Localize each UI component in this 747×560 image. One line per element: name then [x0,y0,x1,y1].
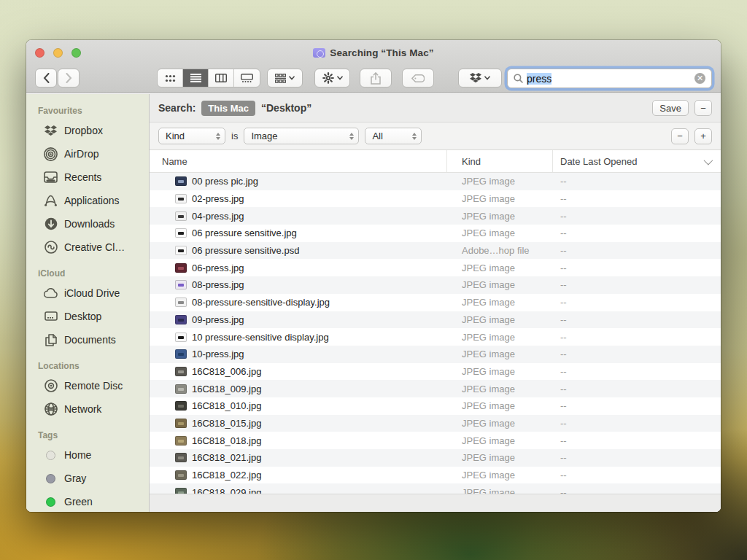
table-row[interactable]: 10-press.jpgJPEG image-- [150,346,721,363]
clear-search-icon[interactable]: ✕ [694,73,705,84]
sidebar-item-network[interactable]: Network [26,397,149,421]
file-kind: JPEG image [447,262,553,273]
smart-folder-icon [313,48,325,58]
filter-attribute-select[interactable]: Kind [158,128,225,144]
sidebar-item-recents[interactable]: Recents [26,166,149,189]
sidebar-item-home[interactable]: Home [26,443,149,467]
remove-criterion-button[interactable]: − [671,128,689,144]
sidebar-item-airdrop[interactable]: AirDrop [26,142,149,166]
table-row[interactable]: 08-pressure-sensitive-display.jpgJPEG im… [150,294,721,311]
sidebar-item-remote-disc[interactable]: Remote Disc [26,374,149,397]
file-name-cell: 06 pressure sensitive.psd [150,245,447,256]
action-gear-button[interactable] [314,69,350,88]
save-search-button[interactable]: Save [652,100,689,116]
share-button[interactable] [360,69,392,88]
titlebar[interactable]: Searching “This Mac” [26,40,721,66]
search-scope-bar: Search: This Mac “Desktop” Save − [150,94,721,122]
sidebar-item-desktop[interactable]: Desktop [26,305,149,328]
tag-button[interactable] [402,69,434,88]
file-thumbnail-icon [175,194,187,203]
scope-this-mac-button[interactable]: This Mac [201,101,255,116]
icon-view-button[interactable] [158,69,183,87]
file-name: 16C818_029.jpg [192,487,261,494]
table-row[interactable]: 08-press.jpgJPEG image-- [150,276,721,294]
table-row[interactable]: 16C818_015.jpgJPEG image-- [150,415,721,432]
dropbox-toolbar-button[interactable] [458,69,502,88]
file-name-cell: 08-press.jpg [150,279,447,290]
file-name: 10-press.jpg [192,349,244,359]
table-row[interactable]: 06 pressure sensitive.psdAdobe…hop file-… [150,242,721,260]
file-name-cell: 10-press.jpg [150,349,447,359]
sidebar: FavouritesDropboxAirDropRecentsApplicati… [26,94,150,512]
sidebar-item-downloads[interactable]: Downloads [26,212,149,236]
file-list[interactable]: 00 press pic.jpgJPEG image--02-press.jpg… [150,173,721,494]
file-name: 16C818_006.jpg [192,366,261,377]
search-input-value: press [527,73,551,85]
file-kind: JPEG image [447,452,553,463]
file-name-cell: 08-pressure-sensitive-display.jpg [150,297,447,308]
sidebar-item-green[interactable]: Green [26,490,149,512]
sidebar-item-applications[interactable]: Applications [26,189,149,212]
icloud-drive-icon [44,287,58,300]
table-row[interactable]: 16C818_021.jpgJPEG image-- [150,449,721,467]
file-name: 04-press.jpg [192,211,244,222]
forward-button[interactable] [58,69,80,88]
gallery-view-button[interactable] [234,69,260,87]
filter-value-select[interactable]: Image [244,128,359,144]
sidebar-item-documents[interactable]: Documents [26,328,149,351]
table-row[interactable]: 16C818_006.jpgJPEG image-- [150,363,721,381]
column-header-date[interactable]: Date Last Opened [553,150,721,172]
group-button[interactable] [267,69,303,88]
file-kind: JPEG image [447,418,553,429]
table-row[interactable]: 04-press.jpgJPEG image-- [150,207,721,225]
sidebar-item-label: iCloud Drive [64,287,120,299]
file-date-last-opened: -- [553,314,721,325]
sidebar-section-title: Locations [26,357,149,374]
column-header-kind[interactable]: Kind [447,150,553,172]
sidebar-item-creative-cl[interactable]: Creative Cl… [26,236,149,259]
table-row[interactable]: 16C818_022.jpgJPEG image-- [150,467,721,484]
recents-icon [44,171,58,184]
add-criterion-button[interactable]: + [694,128,712,144]
table-row[interactable]: 16C818_029.jpgJPEG image-- [150,483,721,494]
file-thumbnail-icon [175,367,187,376]
column-view-button[interactable] [209,69,234,87]
file-thumbnail-icon [175,315,187,324]
file-name-cell: 09-press.jpg [150,314,447,325]
sidebar-item-label: Creative Cl… [64,241,125,253]
file-date-last-opened: -- [553,435,721,446]
file-name: 00 press pic.jpg [192,176,258,187]
table-row[interactable]: 16C818_018.jpgJPEG image-- [150,432,721,449]
file-name-cell: 16C818_029.jpg [150,487,447,494]
file-name: 06 pressure sensitive.jpg [192,228,297,238]
file-date-last-opened: -- [553,400,721,411]
sidebar-item-label: Downloads [64,218,115,230]
table-row[interactable]: 10 pressure-sensitive display.jpgJPEG im… [150,328,721,346]
sidebar-item-gray[interactable]: Gray [26,467,149,490]
file-kind: JPEG image [447,435,553,446]
table-row[interactable]: 02-press.jpgJPEG image-- [150,190,721,208]
list-view-button[interactable] [183,69,209,87]
table-row[interactable]: 00 press pic.jpgJPEG image-- [150,173,721,190]
scope-desktop-button[interactable]: “Desktop” [261,102,311,114]
table-row[interactable]: 09-press.jpgJPEG image-- [150,311,721,329]
file-kind: JPEG image [447,332,553,343]
sidebar-item-icloud-drive[interactable]: iCloud Drive [26,281,149,305]
remove-scope-button[interactable]: − [694,100,712,116]
filter-subvalue-select[interactable]: All [365,128,422,144]
sidebar-item-dropbox[interactable]: Dropbox [26,119,149,142]
downloads-icon [44,217,58,231]
file-thumbnail-icon [175,332,187,342]
file-name-cell: 02-press.jpg [150,193,447,204]
table-row[interactable]: 06 pressure sensitive.jpgJPEG image-- [150,225,721,242]
back-button[interactable] [35,69,57,88]
file-name: 10 pressure-sensitive display.jpg [192,332,329,343]
select-stepper-icon [216,133,220,140]
search-input[interactable]: press ✕ [507,69,712,88]
file-name-cell: 16C818_009.jpg [150,384,447,394]
table-row[interactable]: 06-press.jpgJPEG image-- [150,259,721,276]
filter-operator-label: is [231,131,238,141]
table-row[interactable]: 16C818_010.jpgJPEG image-- [150,397,721,415]
column-header-name[interactable]: Name [150,150,447,172]
table-row[interactable]: 16C818_009.jpgJPEG image-- [150,380,721,397]
